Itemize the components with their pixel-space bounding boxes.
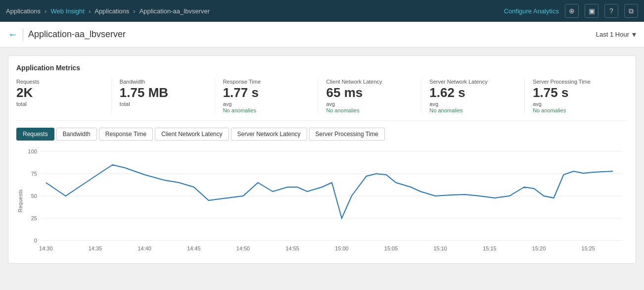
top-navigation: Applications › Web Insight › Application… [0,0,644,22]
metric-bandwidth-value: 1.75 MB [120,86,207,100]
svg-text:14:35: 14:35 [89,245,102,251]
tab-bar: RequestsBandwidthResponse TimeClient Net… [16,128,628,141]
back-button[interactable]: ← [8,29,18,40]
metric-server-processing-status: No anomalies [533,107,620,113]
external-icon[interactable]: ⧉ [624,4,638,18]
tab-server-processing-time[interactable]: Server Processing Time [309,128,385,141]
metric-bandwidth: Bandwidth 1.75 MB total [120,79,215,113]
svg-text:15:10: 15:10 [434,245,447,251]
svg-text:14:55: 14:55 [285,245,299,251]
metric-server-latency-value: 1.62 s [429,86,516,100]
time-selector[interactable]: Last 1 Hour ▾ [596,30,636,39]
metric-server-processing: Server Processing Time 1.75 s avg No ano… [533,79,628,113]
help-icon[interactable]: ? [604,4,618,18]
svg-text:15:00: 15:00 [335,245,348,251]
metric-server-latency: Server Network Latency 1.62 s avg No ano… [429,79,525,113]
screenshot-icon[interactable]: ▣ [585,4,598,18]
metric-server-processing-value: 1.75 s [533,86,620,100]
breadcrumb-web-insight[interactable]: Web Insight [50,7,84,15]
svg-text:Requests: Requests [17,189,23,212]
breadcrumb-applications: Applications [6,7,41,15]
svg-text:14:45: 14:45 [187,245,200,251]
svg-text:15:15: 15:15 [483,245,496,251]
chevron-down-icon: ▾ [632,30,636,39]
metrics-row: Requests 2K total Bandwidth 1.75 MB tota… [16,79,628,121]
page-title: Application-aa_lbvserver [28,29,126,40]
metrics-card: Application Metrics Requests 2K total Ba… [8,55,636,264]
metric-server-latency-sub: avg [429,101,516,107]
metric-requests-value: 2K [16,86,103,100]
metric-server-latency-status: No anomalies [429,107,516,113]
metric-client-latency-value: 65 ms [326,86,413,100]
metric-response-time-status: No anomalies [223,107,310,113]
tab-bandwidth[interactable]: Bandwidth [56,128,97,141]
metric-response-time-value: 1.77 s [223,86,310,100]
tab-client-network-latency[interactable]: Client Network Latency [155,128,229,141]
svg-text:25: 25 [31,215,37,221]
svg-text:100: 100 [28,148,37,154]
top-nav-right: Configure Analytics ⊕ ▣ ? ⧉ [504,4,638,18]
svg-text:14:30: 14:30 [39,245,52,251]
metric-client-latency-sub: avg [326,101,413,107]
svg-text:15:05: 15:05 [384,245,398,251]
svg-text:75: 75 [31,171,37,177]
metric-server-processing-sub: avg [533,101,620,107]
vertical-divider [23,29,23,41]
configure-analytics-link[interactable]: Configure Analytics [504,7,559,15]
breadcrumb: Applications › Web Insight › Application… [6,7,210,15]
metric-requests: Requests 2K total [16,79,112,113]
breadcrumb-sep-3: › [133,7,135,15]
metrics-card-title: Application Metrics [16,64,628,72]
breadcrumb-sep-1: › [45,7,46,15]
breadcrumb-sep-2: › [89,7,91,15]
metric-requests-sub: total [16,101,103,107]
chart-svg: 100 75 50 25 0 Requests 14:30 14:35 14:4… [16,146,628,255]
svg-text:50: 50 [31,193,37,199]
sub-header-left: ← Application-aa_lbvserver [8,29,126,41]
breadcrumb-app-name: Application-aa_lbvserver [139,7,210,15]
metric-requests-label: Requests [16,79,103,85]
add-icon[interactable]: ⊕ [565,4,579,18]
metric-server-processing-label: Server Processing Time [533,79,620,85]
tab-requests[interactable]: Requests [16,128,54,141]
time-selector-label: Last 1 Hour [596,31,629,38]
metric-response-time-sub: avg [223,101,310,107]
tab-server-network-latency[interactable]: Server Network Latency [231,128,307,141]
breadcrumb-applications-2: Applications [94,7,129,15]
svg-text:14:40: 14:40 [138,245,151,251]
metric-client-latency: Client Network Latency 65 ms avg No anom… [326,79,421,113]
chart-area: 100 75 50 25 0 Requests 14:30 14:35 14:4… [16,146,628,255]
main-content: Application Metrics Requests 2K total Ba… [0,48,644,272]
svg-text:15:20: 15:20 [532,245,546,251]
sub-header: ← Application-aa_lbvserver Last 1 Hour ▾ [0,22,644,48]
metric-client-latency-label: Client Network Latency [326,79,413,85]
svg-text:15:25: 15:25 [582,245,595,251]
metric-bandwidth-sub: total [120,101,207,107]
metric-bandwidth-label: Bandwidth [120,79,207,85]
metric-client-latency-status: No anomalies [326,107,413,113]
svg-text:14:50: 14:50 [236,245,250,251]
metric-server-latency-label: Server Network Latency [429,79,516,85]
metric-response-time-label: Response Time [223,79,310,85]
svg-text:0: 0 [34,238,37,243]
tab-response-time[interactable]: Response Time [99,128,153,141]
metric-response-time: Response Time 1.77 s avg No anomalies [223,79,319,113]
